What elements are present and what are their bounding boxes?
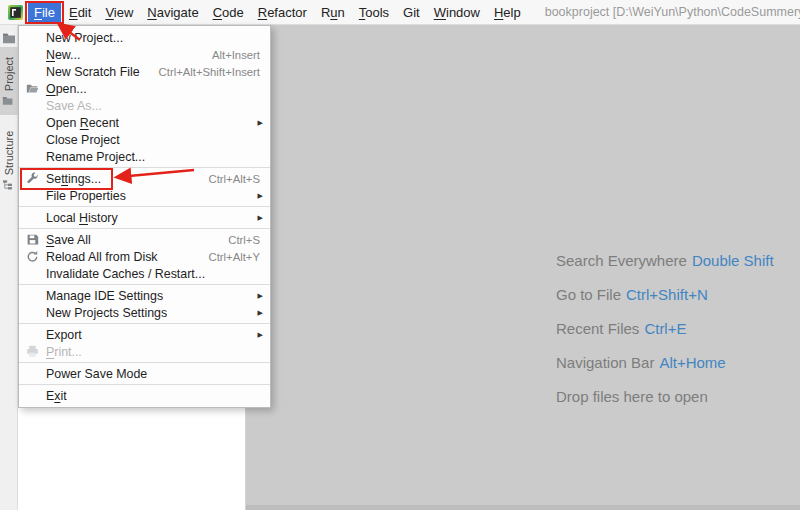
menu-help[interactable]: Help [488, 3, 527, 22]
editor-area[interactable]: Search EverywhereDouble ShiftGo to FileC… [246, 25, 800, 510]
hint-label: Recent Files [556, 320, 639, 337]
hint-label: Drop files here to open [556, 388, 708, 405]
editor-hint-go-to-file: Go to FileCtrl+Shift+N [556, 286, 774, 303]
menu-item-new[interactable]: New... Alt+Insert ▶ [19, 46, 270, 63]
hint-shortcut: Ctrl+E [644, 320, 686, 337]
submenu-arrow-icon: ▶ [258, 119, 263, 126]
folder-icon [2, 30, 16, 42]
editor-hint-recent-files: Recent FilesCtrl+E [556, 320, 774, 337]
hint-label: Navigation Bar [556, 354, 654, 371]
refresh-icon [25, 249, 40, 264]
menu-item-print: Print... ▶ [19, 343, 270, 360]
menu-separator [19, 228, 270, 229]
menu-separator [19, 362, 270, 363]
folder-open-icon [25, 81, 40, 96]
menu-navigate[interactable]: Navigate [141, 3, 204, 22]
menu-item-save-all[interactable]: Save All Ctrl+S ▶ [19, 231, 270, 248]
menu-window[interactable]: Window [428, 3, 486, 22]
submenu-arrow-icon: ▶ [258, 192, 263, 199]
wrench-icon [25, 171, 40, 186]
menu-item-shortcut: Ctrl+Alt+Y [209, 251, 260, 263]
menu-run[interactable]: Run [315, 3, 351, 22]
save-icon [25, 232, 40, 247]
pycharm-logo-icon [8, 5, 23, 20]
editor-hint-drop-files-here-to-open: Drop files here to open [556, 388, 774, 405]
menu-item-shortcut: Ctrl+S [228, 234, 260, 246]
hint-label: Go to File [556, 286, 621, 303]
menu-item-shortcut: Ctrl+Alt+S [209, 173, 260, 185]
menu-item-rename-project[interactable]: Rename Project... ▶ [19, 148, 270, 165]
hint-shortcut: Ctrl+Shift+N [626, 286, 708, 303]
editor-hint-navigation-bar: Navigation BarAlt+Home [556, 354, 774, 371]
menu-item-close-project[interactable]: Close Project ▶ [19, 131, 270, 148]
menu-git[interactable]: Git [397, 3, 426, 22]
menu-item-reload-all-from-disk[interactable]: Reload All from Disk Ctrl+Alt+Y ▶ [19, 248, 270, 265]
pycharm-window: FileEditViewNavigateCodeRefactorRunTools… [0, 0, 800, 510]
menu-item-invalidate-caches-restart[interactable]: Invalidate Caches / Restart... ▶ [19, 265, 270, 282]
menu-item-manage-ide-settings[interactable]: Manage IDE Settings ▶ [19, 287, 270, 304]
menu-item-open-recent[interactable]: Open Recent ▶ [19, 114, 270, 131]
tool-window-stripe: Project Structure [0, 25, 18, 510]
submenu-arrow-icon: ▶ [258, 292, 263, 299]
submenu-arrow-icon: ▶ [258, 214, 263, 221]
project-folder-icon [3, 95, 16, 106]
menu-item-shortcut: Alt+Insert [212, 49, 260, 61]
menu-separator [19, 284, 270, 285]
submenu-arrow-icon: ▶ [258, 309, 263, 316]
tool-window-tab-structure[interactable]: Structure [0, 123, 18, 197]
menu-separator [19, 384, 270, 385]
file-dropdown-menu: New Project... ▶ New... Alt+Insert ▶ New… [18, 25, 271, 408]
menu-file[interactable]: File [28, 3, 61, 22]
submenu-arrow-icon: ▶ [258, 331, 263, 338]
menu-item-file-properties[interactable]: File Properties ▶ [19, 187, 270, 204]
menu-item-exit[interactable]: Exit ▶ [19, 387, 270, 404]
menu-tools[interactable]: Tools [353, 3, 395, 22]
menu-item-new-scratch-file[interactable]: New Scratch File Ctrl+Alt+Shift+Insert ▶ [19, 63, 270, 80]
bottom-edge-strip [246, 505, 800, 510]
menu-item-shortcut: Ctrl+Alt+Shift+Insert [159, 66, 260, 78]
menu-item-power-save-mode[interactable]: Power Save Mode ▶ [19, 365, 270, 382]
menu-separator [19, 323, 270, 324]
menu-item-new-project[interactable]: New Project... ▶ [19, 29, 270, 46]
menu-separator [19, 206, 270, 207]
menu-separator [19, 167, 270, 168]
editor-hint-search-everywhere: Search EverywhereDouble Shift [556, 252, 774, 269]
structure-icon [3, 179, 16, 190]
hint-shortcut: Alt+Home [659, 354, 725, 371]
menu-refactor[interactable]: Refactor [252, 3, 313, 22]
menu-item-open[interactable]: Open... ▶ [19, 80, 270, 97]
menu-item-save-as: Save As... ▶ [19, 97, 270, 114]
editor-hints: Search EverywhereDouble ShiftGo to FileC… [556, 252, 774, 422]
window-title: bookproject [D:\WeiYun\Python\CodeSummer… [545, 5, 800, 19]
hint-label: Search Everywhere [556, 252, 687, 269]
menu-view[interactable]: View [99, 3, 139, 22]
menu-item-export[interactable]: Export ▶ [19, 326, 270, 343]
menu-edit[interactable]: Edit [63, 3, 97, 22]
printer-icon [25, 344, 40, 359]
menubar-items: FileEditViewNavigateCodeRefactorRunTools… [28, 3, 529, 22]
menu-item-settings[interactable]: Settings... Ctrl+Alt+S ▶ [19, 170, 270, 187]
hint-shortcut: Double Shift [692, 252, 774, 269]
file-menu-items: New Project... ▶ New... Alt+Insert ▶ New… [19, 29, 270, 404]
tool-window-tab-project[interactable]: Project [0, 47, 18, 115]
menu-item-new-projects-settings[interactable]: New Projects Settings ▶ [19, 304, 270, 321]
menu-code[interactable]: Code [207, 3, 250, 22]
menubar: FileEditViewNavigateCodeRefactorRunTools… [0, 0, 800, 25]
menu-item-local-history[interactable]: Local History ▶ [19, 209, 270, 226]
